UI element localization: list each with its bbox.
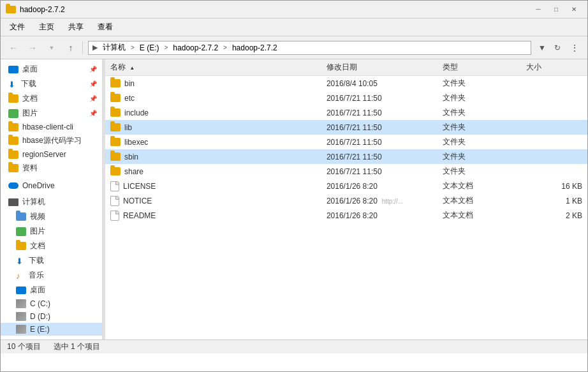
more-options-button[interactable]: ⋮ [566, 39, 584, 57]
maximize-button[interactable]: □ [548, 3, 564, 17]
back-button[interactable]: ← [4, 39, 22, 57]
folder-icon-materials [8, 164, 18, 172]
col-header-type[interactable]: 类型 [437, 59, 520, 76]
pin-icon-3: 📌 [89, 95, 97, 102]
folder-icon-documents [16, 242, 26, 250]
sidebar-item-materials[interactable]: 资料 [1, 161, 102, 175]
download-icon: ⬇ [8, 80, 17, 89]
pin-icon: 📌 [89, 66, 97, 73]
image-icon-pictures [16, 227, 26, 236]
sidebar-item-downloads[interactable]: ⬇ 下载 [1, 253, 102, 268]
sidebar-item-hbase-source[interactable]: hbase源代码学习 [1, 133, 102, 148]
sidebar-item-pics-pinned[interactable]: 图片 📌 [1, 106, 102, 121]
window-icon [6, 4, 16, 15]
folder-icon [110, 167, 121, 175]
selected-count: 选中 1 个项目 [54, 341, 100, 352]
address-dropdown-button[interactable]: ▼ [535, 41, 549, 55]
sidebar-item-documents[interactable]: 文档 [1, 239, 102, 253]
close-button[interactable]: ✕ [566, 3, 582, 17]
table-row[interactable]: etc2016/7/21 11:50文件夹 [105, 91, 587, 105]
desktop-icon-2 [16, 286, 26, 294]
folder-icon [110, 153, 121, 161]
image-icon-sidebar [8, 109, 18, 118]
address-bar[interactable]: ▶ 计算机 > E (E:) > hadoop-2.7.2 > hadoop-2… [88, 41, 531, 55]
table-row[interactable]: README2016/1/26 8:20文本文档2 KB [105, 208, 587, 223]
file-table: 名称 ▲ 修改日期 类型 大小 bin2016/8/4 10:05文件夹etc2… [105, 59, 587, 223]
item-count: 10 个项目 [7, 341, 41, 352]
toolbar-divider [82, 41, 83, 54]
path-drive[interactable]: E (E:) [137, 43, 162, 53]
table-row[interactable]: LICENSE2016/1/26 8:20文本文档16 KB [105, 179, 587, 193]
folder-icon [110, 138, 121, 146]
table-row[interactable]: NOTICE2016/1/26 8:20 http://... 文本文档1 KB [105, 193, 587, 208]
sidebar-item-onedrive[interactable]: OneDrive [1, 179, 102, 192]
refresh-button[interactable]: ↻ [550, 41, 564, 55]
col-header-date[interactable]: 修改日期 [321, 59, 437, 76]
folder-icon [110, 123, 121, 131]
sidebar-item-hbase-client[interactable]: hbase-client-cli [1, 121, 102, 133]
computer-icon [8, 198, 18, 206]
folder-icon-hbase [8, 123, 18, 131]
file-area: 名称 ▲ 修改日期 类型 大小 bin2016/8/4 10:05文件夹etc2… [105, 59, 587, 339]
sidebar-item-drive-e[interactable]: E (E:) [1, 323, 102, 336]
col-header-name[interactable]: 名称 ▲ [105, 59, 321, 76]
up-button[interactable]: ↑ [62, 39, 80, 57]
folder-icon [110, 94, 121, 102]
document-icon [110, 181, 119, 191]
folder-icon-videos [16, 212, 26, 221]
toolbar: ← → ▼ ↑ ▶ 计算机 > E (E:) > hadoop-2.7.2 > … [1, 36, 587, 59]
window-controls: ─ □ ✕ [530, 3, 582, 17]
status-bar: 10 个项目 选中 1 个项目 [1, 339, 587, 353]
folder-icon [110, 79, 121, 87]
folder-icon-regionserver [8, 151, 18, 159]
menu-share[interactable]: 共享 [62, 19, 90, 35]
folder-icon-docs [8, 94, 18, 103]
window-title: hadoop-2.7.2 [20, 5, 65, 14]
path-computer[interactable]: 计算机 [100, 41, 128, 54]
sidebar-item-desktop-main[interactable]: 桌面 [1, 283, 102, 297]
folder-icon-hbase2 [8, 137, 18, 145]
table-row[interactable]: share2016/7/21 11:50文件夹 [105, 164, 587, 179]
sidebar-item-computer[interactable]: 计算机 [1, 195, 102, 209]
table-row[interactable]: libexec2016/7/21 11:50文件夹 [105, 135, 587, 149]
minimize-button[interactable]: ─ [530, 3, 547, 17]
menu-file[interactable]: 文件 [3, 19, 31, 35]
title-bar: hadoop-2.7.2 ─ □ ✕ [1, 1, 587, 19]
forward-button[interactable]: → [24, 39, 41, 57]
sidebar-item-pictures[interactable]: 图片 [1, 224, 102, 239]
sidebar-item-drive-c[interactable]: C (C:) [1, 297, 102, 310]
document-icon [110, 196, 119, 206]
folder-icon [110, 108, 121, 117]
sidebar-item-docs-pinned[interactable]: 文档 📌 [1, 91, 102, 106]
download-icon-2: ⬇ [16, 257, 25, 265]
path-folder2[interactable]: hadoop-2.7.2 [230, 43, 280, 53]
recent-button[interactable]: ▼ [43, 39, 61, 57]
table-row[interactable]: lib2016/7/21 11:50文件夹 [105, 120, 587, 135]
path-folder1[interactable]: hadoop-2.7.2 [170, 43, 221, 53]
sidebar-item-drive-d[interactable]: D (D:) [1, 310, 102, 323]
onedrive-icon [8, 182, 18, 189]
document-icon [110, 211, 119, 221]
table-row[interactable]: bin2016/8/4 10:05文件夹 [105, 76, 587, 91]
menu-bar: 文件 主页 共享 查看 [1, 19, 587, 36]
desktop-icon [8, 66, 18, 73]
drive-c-icon [16, 299, 26, 308]
pin-icon-4: 📌 [89, 110, 97, 117]
sidebar: 桌面 📌 ⬇ 下载 📌 文档 📌 图片 📌 hbase-client-cli h… [1, 59, 103, 339]
menu-home[interactable]: 主页 [33, 19, 61, 35]
sidebar-item-downloads-pinned[interactable]: ⬇ 下载 📌 [1, 77, 102, 91]
main-area: 桌面 📌 ⬇ 下载 📌 文档 📌 图片 📌 hbase-client-cli h… [1, 59, 587, 339]
table-row[interactable]: include2016/7/21 11:50文件夹 [105, 105, 587, 120]
sort-indicator: ▲ [129, 65, 135, 71]
drive-e-icon [16, 325, 26, 334]
col-header-size[interactable]: 大小 [521, 59, 587, 76]
music-icon: ♪ [16, 271, 25, 280]
sidebar-item-music[interactable]: ♪ 音乐 [1, 268, 102, 283]
pin-icon-2: 📌 [89, 80, 97, 87]
table-row[interactable]: sbin2016/7/21 11:50文件夹 [105, 149, 587, 164]
sidebar-item-videos[interactable]: 视频 [1, 209, 102, 224]
drive-d-icon [16, 312, 26, 321]
sidebar-item-regionserver[interactable]: regionServer [1, 148, 102, 161]
menu-view[interactable]: 查看 [91, 19, 119, 35]
sidebar-item-desktop[interactable]: 桌面 📌 [1, 62, 102, 77]
